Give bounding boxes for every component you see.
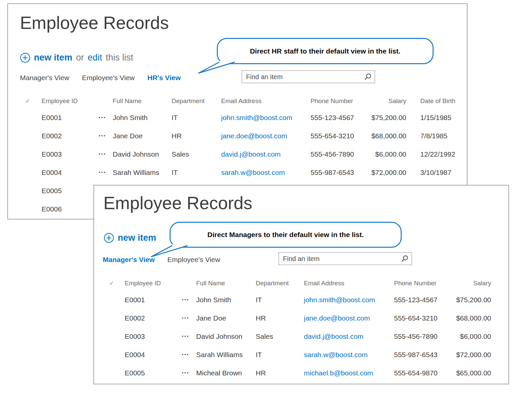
email-link[interactable]: sarah.w@boost.com (304, 345, 394, 364)
item-menu-icon[interactable]: ••• (99, 108, 113, 127)
salary-cell: $72,000.00 (366, 163, 406, 182)
employee-id-cell[interactable]: E0001 (125, 291, 182, 309)
column-header-department[interactable]: Department (172, 94, 221, 108)
item-menu-icon[interactable]: ••• (99, 127, 113, 145)
item-menu-icon[interactable]: ••• (182, 291, 196, 309)
email-link[interactable]: sarah.w@boost.com (221, 163, 311, 182)
item-menu-icon[interactable]: ••• (99, 163, 113, 182)
item-menu-icon[interactable]: ••• (182, 345, 196, 364)
column-header-phone[interactable]: Phone Number (311, 94, 366, 108)
email-link[interactable]: john.smith@boost.com (304, 291, 394, 309)
employee-id-cell[interactable]: E0004 (125, 345, 182, 364)
department-cell: IT (256, 345, 304, 364)
list-toolbar: new item or edit this list (20, 53, 133, 63)
email-link[interactable]: david.j@boost.com (221, 145, 311, 163)
phone-cell: 555-987-6543 (311, 163, 366, 182)
employee-id-cell[interactable]: E0001 (42, 108, 99, 127)
new-item-link[interactable]: new item (118, 233, 156, 243)
dob-cell: 12/22/1992 (406, 145, 460, 163)
employee-records-panel-manager: Employee Records new item Manager's View… (93, 185, 509, 384)
search-input[interactable] (242, 73, 364, 81)
email-link[interactable]: jane.doe@boost.com (304, 309, 394, 327)
department-cell: Sales (256, 327, 304, 345)
row-select-cell[interactable] (23, 163, 42, 182)
column-header-full-name[interactable]: Full Name (196, 276, 256, 291)
department-cell: IT (172, 108, 221, 127)
column-header-full-name[interactable]: Full Name (113, 94, 172, 108)
full-name-cell: Jane Doe (113, 127, 172, 145)
employee-id-cell[interactable]: E0005 (42, 182, 99, 200)
department-cell: IT (256, 291, 304, 309)
email-link[interactable]: michael.b@boost.com (304, 364, 394, 382)
salary-cell: $68,000.00 (451, 309, 491, 327)
column-header-spacer (182, 276, 196, 291)
column-header-employee-id[interactable]: Employee ID (125, 276, 182, 291)
tab-managers-view[interactable]: Manager's View (20, 74, 69, 82)
page: Employee Records new item or edit this l… (0, 0, 532, 399)
item-menu-icon[interactable]: ••• (99, 145, 113, 163)
select-all-icon[interactable]: ✓ (23, 94, 42, 108)
column-header-salary[interactable]: Salary (451, 276, 491, 291)
item-menu-icon[interactable]: ••• (182, 327, 196, 345)
full-name-cell: Sarah Williams (113, 163, 172, 182)
employee-id-cell[interactable]: E0003 (125, 327, 182, 345)
employee-id-cell[interactable]: E0006 (42, 200, 99, 218)
row-select-cell[interactable] (106, 309, 125, 327)
row-select-cell[interactable] (23, 145, 42, 163)
row-select-cell[interactable] (23, 127, 42, 145)
department-cell: Sales (172, 145, 221, 163)
column-header-department[interactable]: Department (256, 276, 304, 291)
item-menu-icon[interactable]: ••• (182, 309, 196, 327)
new-item-link[interactable]: new item (34, 53, 72, 63)
search-box (279, 252, 412, 265)
column-header-email[interactable]: Email Address (221, 94, 311, 108)
column-header-phone[interactable]: Phone Number (394, 276, 451, 291)
search-icon[interactable] (401, 255, 409, 263)
or-text: or (76, 53, 84, 63)
employee-id-cell[interactable]: E0003 (42, 145, 99, 163)
row-select-cell[interactable] (23, 108, 42, 127)
employee-id-cell[interactable]: E0002 (42, 127, 99, 145)
email-link[interactable]: john.smith@boost.com (221, 108, 311, 127)
tab-managers-view[interactable]: Manager's View (103, 256, 155, 264)
this-list-text: this list (106, 53, 133, 63)
tab-employees-view[interactable]: Employee's View (82, 74, 135, 82)
email-link[interactable]: david.j@boost.com (304, 327, 394, 345)
full-name-cell: Micheal Brown (196, 364, 256, 382)
page-title: Employee Records (20, 13, 467, 33)
edit-list-link[interactable]: edit (88, 53, 102, 63)
email-link[interactable]: jane.doe@boost.com (221, 127, 311, 145)
salary-cell: $75,200.00 (451, 291, 491, 309)
employee-id-cell[interactable]: E0005 (125, 364, 182, 382)
row-select-cell[interactable] (106, 291, 125, 309)
column-header-dob[interactable]: Date of Birth (406, 94, 460, 108)
tab-hrs-view[interactable]: HR's View (147, 74, 181, 82)
row-select-cell[interactable] (106, 327, 125, 345)
salary-cell: $68,000.00 (366, 127, 406, 145)
employee-id-cell[interactable]: E0004 (42, 163, 99, 182)
plus-icon[interactable] (20, 53, 30, 63)
full-name-cell: David Johnson (196, 327, 256, 345)
search-input[interactable] (279, 255, 401, 263)
dob-cell: 7/8/1985 (406, 127, 460, 145)
employee-table: ✓ Employee ID Full Name Department Email… (94, 276, 491, 382)
item-menu-icon[interactable]: ••• (182, 364, 196, 382)
dob-cell: 1/15/1985 (406, 108, 460, 127)
list-toolbar: new item (104, 233, 156, 243)
select-all-icon[interactable]: ✓ (106, 276, 125, 291)
plus-icon[interactable] (104, 233, 114, 243)
column-header-salary[interactable]: Salary (366, 94, 406, 108)
full-name-cell: David Johnson (113, 145, 172, 163)
phone-cell: 555-654-3210 (311, 127, 366, 145)
column-header-email[interactable]: Email Address (304, 276, 394, 291)
column-header-employee-id[interactable]: Employee ID (42, 94, 99, 108)
hr-callout-bubble: Direct HR staff to their default view in… (217, 38, 434, 64)
row-select-cell[interactable] (106, 364, 125, 382)
row-select-cell[interactable] (106, 345, 125, 364)
manager-callout-bubble: Direct Managers to their default view in… (170, 222, 402, 248)
row-select-cell[interactable] (23, 200, 42, 218)
phone-cell: 555-123-4567 (394, 291, 451, 309)
employee-id-cell[interactable]: E0002 (125, 309, 182, 327)
search-icon[interactable] (364, 73, 372, 81)
row-select-cell[interactable] (23, 182, 42, 200)
